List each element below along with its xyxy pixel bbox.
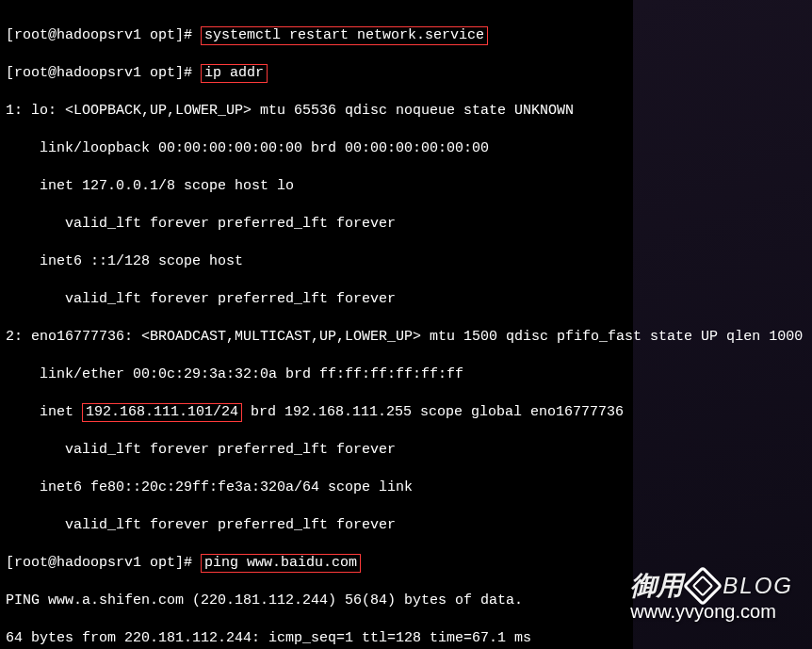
- ip-lo-inet6: inet6 ::1/128 scope host: [6, 252, 806, 271]
- ip-lo-inet: inet 127.0.0.1/8 scope host lo: [6, 177, 806, 196]
- ip-valid: valid_lft forever preferred_lft forever: [6, 516, 806, 535]
- cmd-ping-baidu: ping www.baidu.com: [201, 554, 361, 573]
- inet-suffix: brd 192.168.111.255 scope global eno1677…: [242, 404, 624, 420]
- ip-valid: valid_lft forever preferred_lft forever: [6, 290, 806, 309]
- prompt-line-1: [root@hadoopsrv1 opt]# systemctl restart…: [6, 26, 806, 45]
- ping1-reply: 64 bytes from 220.181.112.244: icmp_seq=…: [6, 629, 806, 648]
- ip-lo-link: link/loopback 00:00:00:00:00:00 brd 00:0…: [6, 139, 806, 158]
- terminal-output: [root@hadoopsrv1 opt]# systemctl restart…: [0, 0, 812, 649]
- shell-prompt: [root@hadoopsrv1 opt]#: [6, 27, 192, 43]
- ip-lo-head: 1: lo: <LOOPBACK,UP,LOWER_UP> mtu 65536 …: [6, 102, 806, 121]
- watermark-url: www.yvyong.com: [630, 602, 793, 621]
- watermark-blog-label: BLOG: [723, 576, 793, 595]
- ip-eno-inet6: inet6 fe80::20c:29ff:fe3a:320a/64 scope …: [6, 479, 806, 497]
- watermark: 御用 BLOG www.yvyong.com: [630, 572, 793, 621]
- ip-eno-head: 2: eno16777736: <BROADCAST,MULTICAST,UP,…: [6, 328, 806, 347]
- shell-prompt: [root@hadoopsrv1 opt]#: [6, 555, 192, 571]
- prompt-line-2: [root@hadoopsrv1 opt]# ip addr: [6, 64, 806, 83]
- watermark-text-cn: 御用: [630, 576, 683, 595]
- inet-prefix: inet: [6, 404, 82, 420]
- diamond-icon: [683, 566, 723, 606]
- cmd-restart-network: systemctl restart network.service: [201, 26, 488, 45]
- shell-prompt: [root@hadoopsrv1 opt]#: [6, 65, 192, 81]
- assigned-ip-address: 192.168.111.101/24: [82, 403, 242, 422]
- cmd-ip-addr: ip addr: [201, 64, 268, 83]
- prompt-line-3: [root@hadoopsrv1 opt]# ping www.baidu.co…: [6, 554, 806, 573]
- watermark-title: 御用 BLOG: [630, 572, 793, 600]
- ip-valid: valid_lft forever preferred_lft forever: [6, 215, 806, 234]
- ip-valid: valid_lft forever preferred_lft forever: [6, 441, 806, 460]
- ip-eno-inet: inet 192.168.111.101/24 brd 192.168.111.…: [6, 403, 806, 422]
- ip-eno-link: link/ether 00:0c:29:3a:32:0a brd ff:ff:f…: [6, 365, 806, 384]
